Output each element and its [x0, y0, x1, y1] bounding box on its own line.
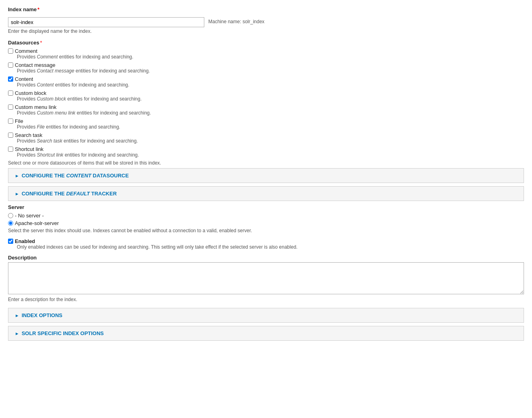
- datasource-shortcut-link-desc: Provides Shortcut link entities for inde…: [17, 152, 524, 158]
- datasource-file: File Provides File entities for indexing…: [8, 118, 524, 130]
- datasource-custom-menu-link: Custom menu link Provides Custom menu li…: [8, 104, 524, 116]
- enabled-section: Enabled Only enabled indexes can be used…: [8, 238, 524, 250]
- datasource-contact-message-checkbox[interactable]: [8, 62, 13, 68]
- configure-default-tracker-header[interactable]: ► CONFIGURE THE DEFAULT TRACKER: [8, 187, 524, 201]
- solr-index-options-section: ► SOLR SPECIFIC INDEX OPTIONS: [8, 326, 524, 341]
- page-container: Index name* Machine name: solr_index Ent…: [0, 0, 532, 350]
- enabled-desc: Only enabled indexes can be used for ind…: [17, 244, 524, 250]
- datasource-content-desc: Provides Content entities for indexing a…: [17, 82, 524, 88]
- description-help: Enter a description for the index.: [8, 297, 524, 302]
- configure-default-tracker-section: ► CONFIGURE THE DEFAULT TRACKER: [8, 186, 524, 201]
- server-apache-radio[interactable]: [8, 221, 13, 226]
- datasource-contact-message-desc: Provides Contact message entities for in…: [17, 68, 524, 74]
- triangle-icon: ►: [15, 173, 19, 178]
- solr-index-options-label: SOLR SPECIFIC INDEX OPTIONS: [22, 330, 104, 336]
- datasource-custom-block-label: Custom block: [15, 90, 46, 96]
- configure-content-datasource-section: ► CONFIGURE THE CONTENT DATASOURCE: [8, 168, 524, 183]
- datasource-custom-menu-link-desc: Provides Custom menu link entities for i…: [17, 110, 524, 116]
- datasource-search-task-checkbox[interactable]: [8, 133, 13, 138]
- server-no-server-row: - No server -: [8, 213, 524, 219]
- index-options-header[interactable]: ► INDEX OPTIONS: [8, 308, 524, 322]
- index-name-field-group: Index name* Machine name: solr_index Ent…: [8, 6, 524, 34]
- datasource-custom-block-checkbox[interactable]: [8, 90, 13, 96]
- solr-index-options-header[interactable]: ► SOLR SPECIFIC INDEX OPTIONS: [8, 326, 524, 340]
- description-label: Description: [8, 255, 524, 261]
- required-star: *: [38, 6, 40, 12]
- datasource-content-label: Content: [15, 76, 33, 82]
- datasources-label: Datasources: [8, 40, 39, 46]
- datasource-search-task-desc: Provides Search task entities for indexi…: [17, 138, 524, 144]
- datasource-comment-checkbox[interactable]: [8, 48, 13, 54]
- datasource-custom-block: Custom block Provides Custom block entit…: [8, 90, 524, 102]
- configure-content-datasource-header[interactable]: ► CONFIGURE THE CONTENT DATASOURCE: [8, 169, 524, 183]
- datasource-content-checkbox[interactable]: [8, 76, 13, 82]
- datasource-comment: Comment Provides Comment entities for in…: [8, 48, 524, 60]
- datasource-file-desc: Provides File entities for indexing and …: [17, 124, 524, 130]
- machine-name-label: Machine name: solr_index: [208, 19, 264, 24]
- datasource-file-checkbox[interactable]: [8, 119, 13, 124]
- datasources-help: Select one or more datasources of items …: [8, 160, 524, 166]
- datasource-contact-message-label: Contact message: [15, 62, 55, 68]
- datasource-content: Content Provides Content entities for in…: [8, 76, 524, 88]
- triangle-icon-3: ►: [15, 313, 19, 318]
- datasource-shortcut-link: Shortcut link Provides Shortcut link ent…: [8, 146, 524, 158]
- triangle-icon-2: ►: [15, 191, 19, 196]
- server-apache-label: Apache-solr-server: [15, 220, 59, 226]
- datasource-contact-message: Contact message Provides Contact message…: [8, 62, 524, 74]
- datasource-file-label: File: [15, 118, 23, 124]
- index-name-label: Index name*: [8, 6, 40, 12]
- datasource-search-task: Search task Provides Search task entitie…: [8, 132, 524, 144]
- server-no-server-radio[interactable]: [8, 213, 13, 218]
- description-section: Description Enter a description for the …: [8, 255, 524, 302]
- configure-default-tracker-label: CONFIGURE THE DEFAULT TRACKER: [22, 191, 117, 197]
- index-name-help: Enter the displayed name for the index.: [8, 28, 524, 34]
- datasources-required-star: *: [40, 40, 42, 46]
- datasource-shortcut-link-checkbox[interactable]: [8, 147, 13, 152]
- index-options-section: ► INDEX OPTIONS: [8, 308, 524, 323]
- datasource-search-task-label: Search task: [15, 132, 42, 138]
- index-name-input[interactable]: [8, 17, 204, 27]
- server-label: Server: [8, 204, 524, 210]
- enabled-checkbox[interactable]: [8, 239, 13, 244]
- index-options-label: INDEX OPTIONS: [22, 312, 62, 318]
- triangle-icon-4: ►: [15, 331, 19, 336]
- server-section: Server - No server - Apache-solr-server …: [8, 204, 524, 233]
- enabled-label: Enabled: [15, 238, 35, 244]
- description-textarea[interactable]: [8, 262, 524, 294]
- datasources-section: Datasources* Comment Provides Comment en…: [8, 40, 524, 166]
- datasource-comment-desc: Provides Comment entities for indexing a…: [17, 54, 524, 60]
- datasource-custom-menu-link-label: Custom menu link: [15, 104, 56, 110]
- server-apache-row: Apache-solr-server: [8, 220, 524, 226]
- datasource-custom-block-desc: Provides Custom block entities for index…: [17, 96, 524, 102]
- server-help: Select the server this index should use.…: [8, 228, 524, 233]
- datasource-custom-menu-link-checkbox[interactable]: [8, 104, 13, 110]
- datasource-shortcut-link-label: Shortcut link: [15, 146, 44, 152]
- server-no-server-label: - No server -: [15, 213, 44, 219]
- configure-content-datasource-label: CONFIGURE THE CONTENT DATASOURCE: [22, 173, 129, 179]
- datasource-comment-label: Comment: [15, 48, 37, 54]
